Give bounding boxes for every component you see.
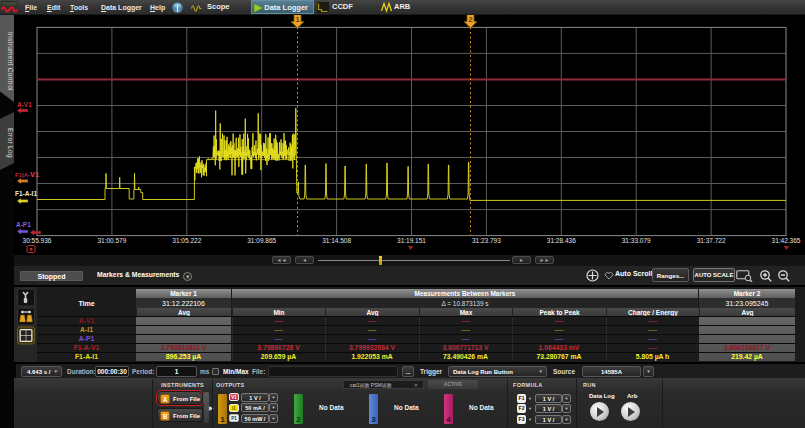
svg-text:31:37.722: 31:37.722 [697,237,726,244]
svg-text:2: 2 [468,15,473,24]
svg-text:F1|A-V1: F1|A-V1 [15,170,39,179]
svg-text:31:09.865: 31:09.865 [247,237,276,244]
svg-text:31:42.365: 31:42.365 [772,237,801,244]
svg-text:30:55.936: 30:55.936 [23,237,52,244]
svg-text:31:28.436: 31:28.436 [547,237,576,244]
svg-text:31:00.579: 31:00.579 [97,237,126,244]
svg-text:F1-A-I1: F1-A-I1 [15,190,37,197]
svg-text:31:14.508: 31:14.508 [322,237,351,244]
svg-text:31:05.222: 31:05.222 [172,237,201,244]
svg-text:1: 1 [295,15,300,24]
svg-text:31:23.793: 31:23.793 [472,237,501,244]
svg-text:A-V1: A-V1 [17,101,32,108]
svg-text:31:19.151: 31:19.151 [397,237,426,244]
svg-text:31:33.079: 31:33.079 [622,237,651,244]
svg-text:A-P1: A-P1 [16,221,31,228]
